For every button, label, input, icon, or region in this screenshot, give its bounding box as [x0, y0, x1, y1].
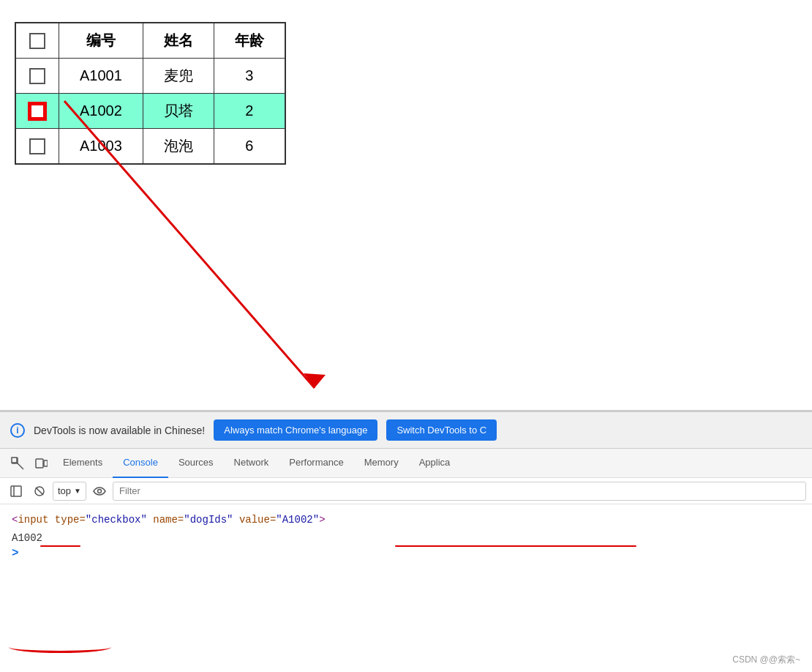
svg-line-11	[36, 488, 43, 495]
console-output: <input type="checkbox" name="dogIds" val…	[0, 504, 812, 672]
red-squiggle-annotation	[9, 641, 111, 653]
table-row-highlighted: A1002 贝塔 2	[15, 94, 285, 129]
red-underline-long	[395, 545, 636, 547]
devtools-panel: i DevTools is now available in Chinese! …	[0, 410, 812, 672]
row2-checkbox-cell	[15, 94, 59, 129]
console-value-text: A1002	[12, 532, 42, 544]
svg-rect-7	[44, 460, 48, 466]
tab-sources[interactable]: Sources	[168, 449, 224, 478]
console-prompt[interactable]: >	[12, 547, 800, 560]
row3-name: 泡泡	[143, 129, 214, 165]
row1-age: 3	[214, 59, 285, 94]
tab-application[interactable]: Applica	[409, 449, 461, 478]
row2-age: 2	[214, 94, 285, 129]
main-content: 编号 姓名 年龄 A1001 麦兜 3 A1002 贝塔 2	[0, 0, 812, 410]
attr-name-value: "dogIds"	[184, 514, 233, 526]
inspect-element-icon[interactable]	[6, 452, 29, 475]
device-toolbar-icon[interactable]	[29, 452, 53, 475]
console-html-output: <input type="checkbox" name="dogIds" val…	[12, 512, 800, 528]
red-underline-annotation	[40, 545, 80, 547]
row2-name: 贝塔	[143, 94, 214, 129]
tab-console[interactable]: Console	[113, 449, 168, 478]
devtools-notification-bar: i DevTools is now available in Chinese! …	[0, 411, 812, 449]
row3-checkbox-cell	[15, 129, 59, 165]
tab-memory[interactable]: Memory	[354, 449, 409, 478]
dropdown-arrow-icon: ▼	[74, 487, 81, 495]
attr-value-value: "A1002"	[276, 514, 319, 526]
attr-type-name: type=	[48, 514, 85, 526]
context-selector[interactable]: top ▼	[53, 482, 86, 501]
header-checkbox[interactable]	[29, 33, 45, 49]
row1-checkbox-cell	[15, 59, 59, 94]
svg-rect-6	[36, 459, 43, 468]
table-header-age: 年龄	[214, 23, 285, 59]
switch-devtools-button[interactable]: Switch DevTools to C	[386, 419, 497, 441]
tag-name: input	[18, 514, 48, 526]
row3-checkbox[interactable]	[29, 138, 45, 154]
sidebar-toggle-icon[interactable]	[6, 481, 26, 501]
row2-checkbox[interactable]	[29, 103, 45, 119]
tag-close-bracket: >	[319, 514, 325, 526]
tab-performance[interactable]: Performance	[279, 449, 353, 478]
table-row: A1001 麦兜 3	[15, 59, 285, 94]
row1-id: A1001	[59, 59, 143, 94]
table-header-checkbox	[15, 23, 59, 59]
svg-rect-2	[12, 458, 17, 463]
row3-age: 6	[214, 129, 285, 165]
table-row: A1003 泡泡 6	[15, 129, 285, 165]
filter-input[interactable]	[113, 482, 806, 501]
attr-type-value: "checkbox"	[86, 514, 147, 526]
console-toolbar: top ▼	[0, 478, 812, 504]
data-table: 编号 姓名 年龄 A1001 麦兜 3 A1002 贝塔 2	[15, 22, 286, 165]
tab-network[interactable]: Network	[224, 449, 279, 478]
row1-name: 麦兜	[143, 59, 214, 94]
eye-icon[interactable]	[89, 481, 110, 501]
svg-marker-1	[304, 373, 326, 388]
attr-name-name: name=	[147, 514, 184, 526]
match-language-button[interactable]: Always match Chrome's language	[214, 419, 377, 441]
notification-text: DevTools is now available in Chinese!	[34, 425, 205, 436]
tab-elements[interactable]: Elements	[53, 449, 113, 478]
svg-rect-8	[11, 486, 21, 496]
svg-point-12	[97, 489, 101, 493]
devtools-tab-bar: Elements Console Sources Network Perform…	[0, 449, 812, 478]
table-header-id: 编号	[59, 23, 143, 59]
context-label: top	[58, 485, 71, 496]
table-header-name: 姓名	[143, 23, 214, 59]
row2-id: A1002	[59, 94, 143, 129]
svg-line-5	[18, 463, 23, 469]
console-value-output: A1002	[12, 532, 800, 544]
row1-checkbox[interactable]	[29, 68, 45, 84]
csdn-watermark: CSDN @@索索~	[732, 654, 800, 666]
clear-console-icon[interactable]	[29, 481, 50, 501]
row3-id: A1003	[59, 129, 143, 165]
table-header-row: 编号 姓名 年龄	[15, 23, 285, 59]
attr-value-name: value=	[233, 514, 277, 526]
info-icon: i	[10, 423, 25, 438]
